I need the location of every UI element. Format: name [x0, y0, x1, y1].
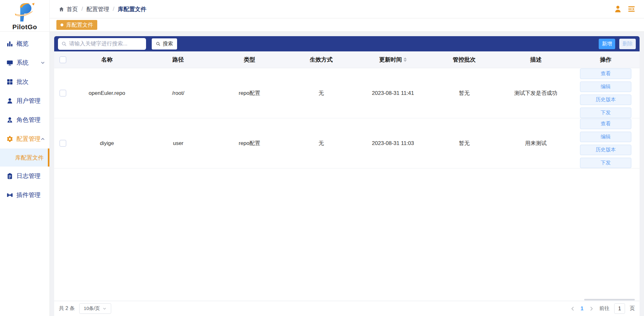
home-icon	[59, 6, 64, 12]
cell-desc: 测试下发是否成功	[500, 89, 572, 97]
search-icon	[156, 42, 161, 46]
pagination-total: 共 2 条	[59, 305, 75, 312]
sidebar-item-batch[interactable]: 批次	[0, 72, 49, 91]
sidebar-item-logs[interactable]: 日志管理	[0, 167, 49, 186]
column-header-updated: 更新时间	[357, 56, 429, 63]
deploy-button[interactable]: 下发	[580, 108, 631, 118]
table-row: diyige user repo配置 无 2023-08-31 11:03 暂无…	[54, 118, 640, 168]
cell-path: /root/	[143, 90, 214, 96]
tab-repo-config[interactable]: 库配置文件	[56, 20, 97, 30]
tab-active-dot-icon	[61, 23, 63, 26]
cell-type: repo配置	[214, 140, 285, 147]
sidebar-item-label: 角色管理	[16, 116, 45, 124]
select-all-checkbox[interactable]	[60, 56, 66, 63]
top-header: 首页 / 配置管理 / 库配置文件	[50, 0, 644, 18]
breadcrumb-home[interactable]: 首页	[59, 5, 78, 13]
sidebar-item-roles[interactable]: 角色管理	[0, 110, 49, 129]
sidebar-item-plugins[interactable]: 插件管理	[0, 186, 49, 205]
gear-icon	[6, 135, 13, 142]
cell-updated: 2023-08-31 11:03	[357, 140, 429, 147]
profile-icon[interactable]	[614, 5, 622, 13]
sidebar-item-label: 系统	[16, 59, 41, 67]
breadcrumb-label: 库配置文件	[118, 5, 146, 13]
grid-icon	[6, 78, 13, 85]
cell-desc: 用来测试	[500, 140, 572, 147]
edit-button[interactable]: 编辑	[580, 82, 631, 92]
search-button[interactable]: 搜索	[152, 38, 177, 49]
brand-name: PilotGo	[12, 23, 37, 31]
search-input[interactable]	[69, 41, 143, 47]
sidebar-item-users[interactable]: 用户管理	[0, 91, 49, 110]
breadcrumb-separator: /	[113, 6, 114, 12]
search-icon	[61, 41, 67, 47]
sidebar-item-label: 插件管理	[16, 191, 45, 199]
page-size-select[interactable]: 10条/页	[79, 303, 111, 314]
pagination-bar: 共 2 条 10条/页 1 前往	[54, 301, 640, 316]
column-header-batch: 管控批次	[429, 56, 500, 63]
add-button[interactable]: 新增	[599, 39, 615, 49]
deploy-button[interactable]: 下发	[580, 158, 631, 168]
sidebar-item-label: 日志管理	[16, 172, 45, 180]
row-actions: 查看 编辑 历史版本 下发	[580, 119, 631, 168]
sidebar-subitem-label: 库配置文件	[15, 154, 44, 161]
main-area: 首页 / 配置管理 / 库配置文件 库配置文件	[50, 0, 644, 316]
chevron-left-icon	[570, 306, 575, 311]
view-button[interactable]: 查看	[580, 69, 631, 79]
tab-label: 库配置文件	[66, 21, 93, 29]
sidebar-item-label: 批次	[16, 78, 45, 86]
horizontal-scrollbar-thumb[interactable]	[584, 299, 635, 300]
page-number-1[interactable]: 1	[581, 306, 583, 312]
sort-carets-icon[interactable]	[404, 57, 407, 62]
breadcrumb-label: 首页	[67, 5, 78, 13]
row-checkbox[interactable]	[60, 140, 66, 147]
row-actions: 查看 编辑 历史版本 下发	[580, 69, 631, 118]
table-toolbar: 搜索 新增 删除	[54, 36, 640, 51]
view-button[interactable]: 查看	[580, 119, 631, 129]
sidebar: PilotGo 概览 系统 批次 用户管理 角色管理	[0, 0, 50, 316]
cell-name: openEuler.repo	[71, 90, 143, 96]
brand-logo: PilotGo	[0, 0, 49, 32]
log-icon	[6, 173, 13, 180]
column-header-label: 更新时间	[379, 56, 402, 63]
column-header-actions: 操作	[572, 56, 640, 63]
sidebar-item-label: 概览	[16, 40, 45, 48]
sidebar-subitem-repo-config[interactable]: 库配置文件	[0, 148, 49, 167]
page-unit-label: 页	[630, 305, 635, 312]
edit-button[interactable]: 编辑	[580, 132, 631, 142]
plugin-icon	[6, 192, 13, 199]
history-button[interactable]: 历史版本	[580, 95, 631, 105]
sidebar-item-label: 用户管理	[16, 97, 45, 105]
sidebar-item-label: 配置管理	[16, 135, 41, 143]
chart-icon	[6, 40, 13, 47]
chevron-up-icon	[41, 137, 45, 141]
cell-type: repo配置	[214, 89, 285, 97]
page-size-value: 10条/页	[84, 306, 100, 312]
cell-batch: 暂无	[429, 140, 500, 147]
app-window: PilotGo 概览 系统 批次 用户管理 角色管理	[0, 0, 644, 316]
pilotgo-logo-icon	[14, 2, 36, 23]
chevron-right-icon	[589, 306, 594, 311]
sidebar-item-overview[interactable]: 概览	[0, 34, 49, 53]
cell-updated: 2023-08-31 11:41	[357, 90, 429, 96]
prev-page-button[interactable]	[570, 306, 576, 312]
table-panel: 搜索 新增 删除 名称 路径 类型 生效方式 更新时间	[54, 36, 640, 316]
column-header-name: 名称	[71, 56, 143, 63]
sidebar-nav: 概览 系统 批次 用户管理 角色管理 配置管理	[0, 32, 49, 316]
breadcrumb-config[interactable]: 配置管理	[86, 5, 109, 13]
row-checkbox[interactable]	[60, 90, 66, 96]
cell-effect: 无	[285, 89, 357, 97]
cell-batch: 暂无	[429, 89, 500, 97]
delete-button[interactable]: 删除	[619, 39, 636, 49]
goto-page-input[interactable]	[614, 303, 625, 314]
collapse-menu-icon[interactable]	[627, 5, 636, 13]
breadcrumb: 首页 / 配置管理 / 库配置文件	[59, 5, 146, 13]
history-button[interactable]: 历史版本	[580, 145, 631, 155]
next-page-button[interactable]	[588, 306, 595, 312]
search-box	[58, 38, 146, 50]
sidebar-item-system[interactable]: 系统	[0, 53, 49, 72]
content-area: 搜索 新增 删除 名称 路径 类型 生效方式 更新时间	[50, 32, 644, 316]
breadcrumb-label: 配置管理	[86, 5, 109, 13]
top-right-icons	[614, 5, 636, 13]
pagination-controls: 1 前往 页	[570, 303, 635, 314]
sidebar-item-config[interactable]: 配置管理	[0, 129, 49, 148]
